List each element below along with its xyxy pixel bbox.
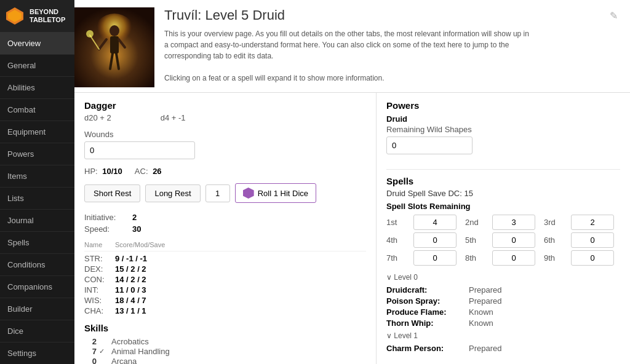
ability-row: CON:14 / 2 / 2: [84, 275, 366, 284]
spell-name: Poison Spray:: [386, 296, 466, 306]
spell-slot-input[interactable]: [413, 250, 457, 266]
sidebar-item-combat[interactable]: Combat: [0, 99, 74, 121]
spell-row: Produce Flame:Known: [386, 307, 620, 317]
spell-slot-input[interactable]: [492, 215, 535, 230]
sidebar-item-settings[interactable]: Settings: [0, 342, 74, 364]
sidebar-item-abilities[interactable]: Abilities: [0, 77, 74, 99]
ac-value: 26: [153, 167, 161, 176]
spell-slots-grid: 1st2nd3rd4th5th6th7th8th9th: [386, 215, 620, 266]
sidebar-item-spells[interactable]: Spells: [0, 232, 74, 254]
level-1-header[interactable]: ∨ Level 1: [386, 331, 620, 340]
powers-subtitle: Druid: [386, 114, 620, 124]
spell-row: Charm Person:Prepared: [386, 344, 620, 353]
spell-status: Prepared: [469, 344, 501, 353]
skill-score: 7: [84, 347, 97, 356]
sidebar-item-items[interactable]: Items: [0, 165, 74, 188]
spell-slot-input[interactable]: [571, 250, 614, 266]
spell-slot-input[interactable]: [492, 250, 535, 266]
spell-slot-input[interactable]: [571, 215, 614, 230]
spell-name: Charm Person:: [386, 344, 466, 353]
ability-row: INT:11 / 0 / 3: [84, 285, 366, 295]
spell-name: Thorn Whip:: [386, 318, 466, 328]
skill-row: 7✓Animal Handling: [84, 347, 366, 356]
spell-save-dc: Druid Spell Save DC: 15: [386, 189, 620, 198]
sidebar-item-powers[interactable]: Powers: [0, 143, 74, 165]
level-1-spells: Charm Person:Prepared: [386, 344, 620, 353]
short-rest-button[interactable]: Short Rest: [84, 184, 140, 202]
sidebar-item-equipment[interactable]: Equipment: [0, 121, 74, 143]
ability-scores-header: Name Score/Mod/Save: [84, 241, 366, 251]
skill-name: Acrobatics: [111, 337, 149, 346]
header-text: Truvíl: Level 5 Druid This is your overv…: [164, 7, 607, 87]
skill-name: Animal Handling: [111, 347, 170, 356]
roll-hit-dice-label: Roll 1 Hit Dice: [258, 189, 308, 198]
level-0-header[interactable]: ∨ Level 0: [386, 273, 620, 282]
edit-icon[interactable]: ✎: [607, 7, 620, 87]
spell-slot-level-label: 4th: [386, 235, 411, 245]
skills-title: Skills: [84, 323, 366, 333]
wounds-label: Wounds: [84, 130, 366, 139]
svg-point-4: [110, 25, 119, 36]
ability-name: WIS:: [84, 296, 115, 305]
ability-scores-section: Name Score/Mod/Save STR:9 / -1 / -1DEX:1…: [84, 241, 366, 315]
ability-value: 11 / 0 / 3: [115, 285, 366, 295]
spell-row: Poison Spray:Prepared: [386, 296, 620, 306]
ability-name: CON:: [84, 275, 115, 284]
ability-row: STR:9 / -1 / -1: [84, 254, 366, 263]
sidebar-item-overview[interactable]: Overview: [0, 33, 74, 55]
hit-dice-number[interactable]: [205, 184, 230, 202]
sidebar-item-lists[interactable]: Lists: [0, 188, 74, 210]
spell-name: Produce Flame:: [386, 307, 466, 317]
ac-label: AC:: [135, 167, 148, 176]
skill-row: 2Acrobatics: [84, 337, 366, 346]
spell-slot-level-label: 3rd: [544, 218, 568, 227]
sidebar-item-general[interactable]: General: [0, 55, 74, 77]
spell-name: Druidcraft:: [386, 285, 466, 295]
initiative-value: 2: [132, 213, 137, 222]
wild-shapes-input[interactable]: [386, 136, 472, 154]
wounds-input[interactable]: [84, 141, 195, 159]
level-0-spells: Druidcraft:PreparedPoison Spray:Prepared…: [386, 285, 620, 328]
spell-slot-level-label: 7th: [386, 253, 411, 263]
main-content: Truvíl: Level 5 Druid This is your overv…: [74, 0, 630, 364]
spell-slot-input[interactable]: [413, 215, 457, 230]
ability-value: 15 / 2 / 2: [115, 264, 366, 274]
skill-score: 2: [84, 337, 97, 346]
character-title: Truvíl: Level 5 Druid: [164, 7, 607, 23]
ability-row: CHA:13 / 1 / 1: [84, 306, 366, 315]
hp-label: HP:: [84, 167, 98, 176]
ability-value: 14 / 2 / 2: [115, 275, 366, 284]
sidebar-item-conditions[interactable]: Conditions: [0, 254, 74, 276]
ac-section: AC: 26: [135, 167, 162, 176]
ability-row: DEX:15 / 2 / 2: [84, 264, 366, 274]
skill-row: 0Arcana: [84, 357, 366, 364]
spell-row: Thorn Whip:Known: [386, 318, 620, 328]
spell-slot-input[interactable]: [571, 232, 614, 248]
initiative-label: Initiative:: [84, 213, 127, 222]
skills-section: Skills 2Acrobatics7✓Animal Handling0Arca…: [84, 323, 366, 364]
character-portrait: [74, 7, 154, 87]
spell-slot-input[interactable]: [492, 232, 535, 248]
rest-row: Short Rest Long Rest Roll 1 Hit Dice: [84, 183, 366, 203]
dice-icon: [243, 188, 254, 199]
spell-row: Druidcraft:Prepared: [386, 285, 620, 295]
long-rest-button[interactable]: Long Rest: [145, 184, 200, 202]
roll-hit-dice-button[interactable]: Roll 1 Hit Dice: [235, 183, 316, 203]
ability-rows: STR:9 / -1 / -1DEX:15 / 2 / 2CON:14 / 2 …: [84, 254, 366, 315]
hp-section: HP: 10/10: [84, 167, 122, 176]
speed-label: Speed:: [84, 224, 127, 234]
speed-value: 30: [132, 224, 141, 234]
sidebar-item-dice[interactable]: Dice: [0, 320, 74, 342]
sidebar-item-companions[interactable]: Companions: [0, 276, 74, 298]
spell-status: Prepared: [469, 285, 501, 295]
svg-rect-5: [110, 36, 119, 53]
spell-status: Known: [469, 307, 493, 317]
spell-slot-level-label: 2nd: [465, 218, 490, 227]
powers-title: Powers: [386, 100, 620, 111]
spell-slot-level-label: 1st: [386, 218, 411, 227]
svg-point-11: [86, 30, 94, 38]
sidebar-item-journal[interactable]: Journal: [0, 210, 74, 232]
sidebar-item-builder[interactable]: Builder: [0, 298, 74, 320]
spell-slot-input[interactable]: [413, 232, 457, 248]
ability-value: 18 / 4 / 7: [115, 296, 366, 305]
